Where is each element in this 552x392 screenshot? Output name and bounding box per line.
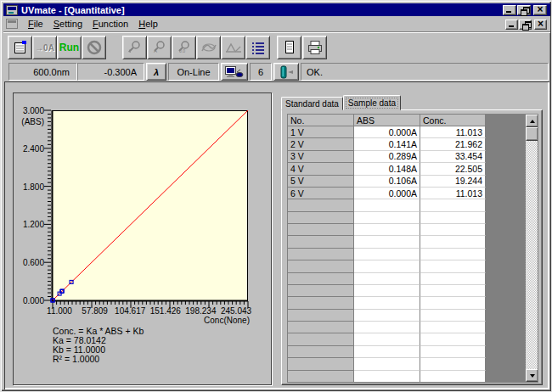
- cell-abs[interactable]: 0.106A: [354, 176, 420, 188]
- cell-abs[interactable]: [354, 249, 420, 260]
- menu-item-function[interactable]: Function: [87, 17, 133, 31]
- cell-conc[interactable]: [420, 310, 486, 322]
- cell-abs[interactable]: [354, 224, 420, 236]
- tab-sample-data[interactable]: Sample data: [343, 95, 401, 110]
- cell-abs[interactable]: 0.000A: [354, 188, 420, 199]
- cell-abs[interactable]: [354, 297, 420, 309]
- cell-conc[interactable]: 22.505: [420, 163, 486, 175]
- tab-standard-data[interactable]: Standard data: [281, 97, 343, 110]
- goto-wavelength-button[interactable]: λ: [146, 63, 166, 81]
- minimize-button[interactable]: [503, 5, 516, 15]
- cell-no[interactable]: 1 V: [288, 126, 354, 138]
- cell-no[interactable]: [288, 285, 354, 297]
- cell-conc[interactable]: [420, 285, 486, 297]
- cell-abs[interactable]: [354, 333, 420, 345]
- cell-no[interactable]: [288, 260, 354, 272]
- cell-abs[interactable]: [354, 260, 420, 272]
- cell-conc[interactable]: 11.013: [420, 126, 486, 138]
- cell-conc[interactable]: [420, 212, 486, 224]
- cell-conc[interactable]: [420, 273, 486, 285]
- cell-conc[interactable]: [420, 333, 486, 345]
- cell-abs[interactable]: [354, 212, 420, 224]
- cell-no[interactable]: [288, 236, 354, 248]
- cell-no[interactable]: [288, 333, 354, 345]
- menu-item-file[interactable]: File: [23, 17, 48, 31]
- cell-no[interactable]: [288, 273, 354, 285]
- restore-button[interactable]: [517, 5, 531, 15]
- cell-abs[interactable]: [354, 273, 420, 285]
- cell-conc[interactable]: [420, 371, 486, 383]
- cell-conc[interactable]: [420, 346, 486, 358]
- cell-conc[interactable]: 21.962: [420, 138, 486, 150]
- mdi-minimize-button[interactable]: [505, 20, 518, 30]
- cell-conc[interactable]: [420, 322, 486, 333]
- stop-button[interactable]: [82, 36, 106, 59]
- cell-button[interactable]: [273, 63, 299, 81]
- scroll-down-button[interactable]: [526, 369, 538, 382]
- cell-no[interactable]: [288, 249, 354, 260]
- table-scrollbar[interactable]: [526, 115, 538, 382]
- print-button[interactable]: [302, 36, 327, 59]
- cell-no[interactable]: [288, 346, 354, 358]
- cell-abs[interactable]: [354, 199, 420, 211]
- cell-abs[interactable]: 0.289A: [354, 151, 420, 163]
- cell-abs[interactable]: [354, 346, 420, 358]
- svg-text:0.0: 0.0: [179, 48, 185, 53]
- zoom-abs-button[interactable]: A: [147, 36, 172, 59]
- toolbar: →0A Run A: [3, 33, 550, 62]
- cell-abs[interactable]: [354, 371, 420, 383]
- cell-abs[interactable]: 0.000A: [354, 126, 420, 138]
- cell-conc[interactable]: 19.244: [420, 176, 486, 188]
- cell-conc[interactable]: [420, 260, 486, 272]
- cell-no[interactable]: 3 V: [288, 151, 354, 163]
- cell-no[interactable]: [288, 371, 354, 383]
- cell-abs[interactable]: [354, 358, 420, 370]
- cell-no[interactable]: [288, 322, 354, 333]
- instrument-monitor-button[interactable]: [221, 63, 248, 81]
- cell-no[interactable]: [288, 358, 354, 370]
- cell-abs[interactable]: [354, 322, 420, 333]
- menu-item-setting[interactable]: Setting: [48, 17, 87, 31]
- document-window-icon[interactable]: [6, 19, 18, 29]
- cell-no[interactable]: [288, 199, 354, 211]
- cell-conc[interactable]: [420, 224, 486, 236]
- cuvette-icon: [277, 64, 296, 80]
- scroll-thumb[interactable]: [526, 127, 538, 141]
- run-button[interactable]: Run: [57, 36, 82, 59]
- app-icon[interactable]: [6, 5, 18, 15]
- cell-abs[interactable]: [354, 285, 420, 297]
- cell-abs[interactable]: 0.148A: [354, 163, 420, 175]
- mdi-restore-button[interactable]: [519, 20, 532, 30]
- list-button[interactable]: [245, 36, 270, 59]
- cell-no[interactable]: [288, 212, 354, 224]
- cell-no[interactable]: [288, 310, 354, 322]
- menu-item-help[interactable]: Help: [133, 17, 163, 31]
- curve-display-button[interactable]: [196, 36, 221, 59]
- cell-no[interactable]: [288, 224, 354, 236]
- cell-conc[interactable]: [420, 236, 486, 248]
- cell-conc[interactable]: 11.013: [420, 188, 486, 199]
- cell-no[interactable]: 6 V: [288, 188, 354, 199]
- cell-no[interactable]: [288, 297, 354, 309]
- autozero-button[interactable]: →0A: [32, 36, 57, 59]
- worksheet-button[interactable]: [8, 36, 32, 59]
- report-button[interactable]: [277, 36, 301, 59]
- peak-display-button[interactable]: [221, 36, 245, 59]
- cell-no[interactable]: 4 V: [288, 163, 354, 175]
- cell-conc[interactable]: [420, 297, 486, 309]
- mdi-close-button[interactable]: [534, 20, 547, 30]
- cell-abs[interactable]: 0.141A: [354, 138, 420, 150]
- cell-abs[interactable]: [354, 236, 420, 248]
- cell-no[interactable]: 5 V: [288, 176, 354, 188]
- close-button[interactable]: [533, 5, 547, 15]
- cell-conc[interactable]: [420, 249, 486, 260]
- cell-abs[interactable]: [354, 310, 420, 322]
- cell-no[interactable]: 2 V: [288, 138, 354, 150]
- scroll-up-button[interactable]: [526, 115, 538, 127]
- cell-conc[interactable]: [420, 358, 486, 370]
- zoom-reset-button[interactable]: 0.0: [172, 36, 196, 59]
- cell-conc[interactable]: 33.454: [420, 151, 486, 163]
- cell-conc[interactable]: [420, 199, 486, 211]
- zoom-move-button[interactable]: [122, 36, 147, 59]
- window-title: UVmate - [Quantitative]: [21, 5, 125, 15]
